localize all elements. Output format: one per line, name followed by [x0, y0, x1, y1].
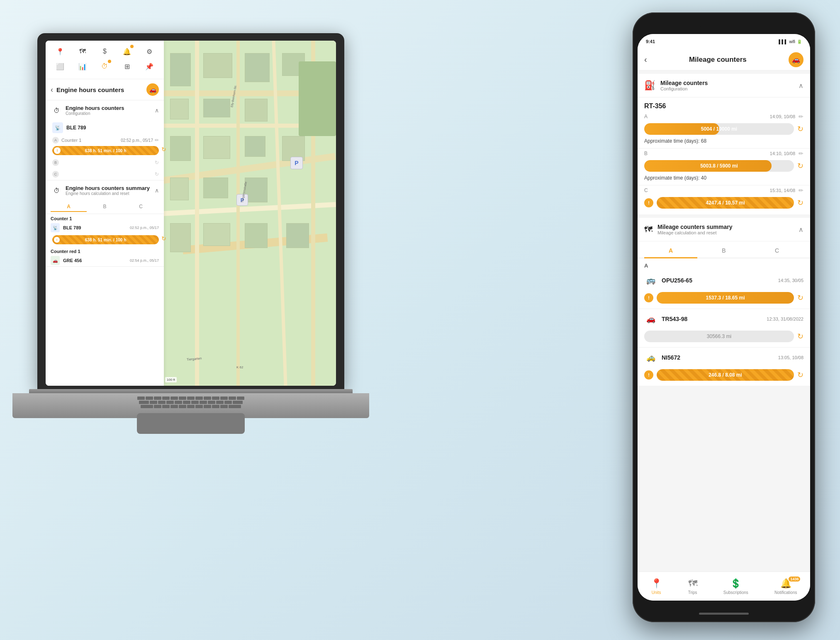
progress-bg-a: ! 638 h. 51 min. / 100 h	[52, 146, 159, 155]
phone-tab-c[interactable]: C	[750, 245, 803, 258]
phone-refresh-tr[interactable]: ↻	[797, 332, 803, 341]
phone-device-rt356: RT-356	[638, 97, 810, 112]
phone-status-bar: 9:41 ▌▌▌ wifi 🔋	[638, 34, 810, 49]
phone-tab-b[interactable]: B	[697, 245, 750, 258]
phone-refresh-c[interactable]: ↻	[797, 198, 803, 207]
phone-vehicle-tr: 🚗 TR543-98 12:33, 31/08/2022	[638, 309, 810, 329]
toolbar-grid-icon[interactable]: ⊞	[121, 61, 133, 72]
nav-trips-label: Trips	[688, 590, 697, 595]
section2-header: ⏱ Engine hours counters summary Engine h…	[46, 180, 164, 200]
nav-notifications[interactable]: 🔔 1436 Notifications	[774, 578, 797, 595]
wifi-icon: wifi	[789, 39, 795, 44]
section1-title-group: Engine hours counters Configuration	[66, 105, 151, 116]
phone-tab-a[interactable]: A	[644, 245, 697, 258]
counter-c-refresh[interactable]: ↻	[155, 171, 159, 177]
refresh-btn-a[interactable]: ↻	[161, 146, 166, 153]
counter-a-badge: A	[52, 137, 59, 144]
toolbar-square-icon[interactable]: ⬜	[54, 61, 66, 72]
phone-header-title: Mileage counters	[652, 56, 784, 64]
phone: 9:41 ▌▌▌ wifi 🔋 ‹ Mileage counters 🚗	[633, 12, 815, 622]
section1-device-icon: 📡	[52, 122, 63, 133]
avatar-icon: 🚗	[792, 56, 800, 63]
section2-title: Engine hours counters summary	[66, 185, 151, 191]
phone-refresh-b[interactable]: ↻	[797, 161, 803, 170]
phone-refresh-a[interactable]: ↻	[797, 124, 803, 134]
nav-subscriptions-label: Subscriptions	[723, 590, 748, 595]
section2-chevron[interactable]: ∧	[155, 187, 159, 194]
nav-subscriptions-icon: 💲	[730, 578, 741, 589]
phone-back-button[interactable]: ‹	[644, 55, 647, 64]
phone-counter-edit-a[interactable]: ✏	[799, 113, 803, 120]
progress-text-a: 638 h. 51 min. / 100 h	[85, 148, 127, 153]
counter-c-placeholder: C ↻	[46, 168, 164, 180]
toolbar-bell-icon[interactable]: 🔔	[121, 46, 133, 57]
summary-alert-1: !	[54, 237, 60, 243]
counter-b-badge: B	[52, 159, 59, 166]
phone-progress-bg-opu: 1537.3 / 18.65 mi	[657, 292, 794, 304]
phone-progress-opu: ! 1537.3 / 18.65 mi ↻	[644, 292, 803, 304]
phone-app-header: ‹ Mileage counters 🚗	[638, 49, 810, 71]
counter-b-placeholder: B ↻	[46, 157, 164, 168]
nav-units[interactable]: 📍 Units	[651, 578, 662, 595]
tab-b[interactable]: B	[87, 202, 123, 212]
counter-a-edit[interactable]: ✏	[155, 137, 159, 143]
summary-device-time-1: 02:52 p.m., 05/17	[130, 226, 159, 230]
counter-c-badge: C	[52, 171, 59, 178]
section1-chevron[interactable]: ∧	[155, 107, 159, 114]
counter-b-refresh[interactable]: ↻	[155, 160, 159, 165]
toolbar-chart-icon[interactable]: 📊	[77, 61, 88, 72]
phone-progress-b: 5003.8 / 5900 mi ↻	[644, 160, 803, 172]
counter-a-label: Counter 1	[61, 138, 121, 143]
panel-title: Engine hours counters	[56, 86, 143, 93]
tab-c[interactable]: C	[123, 202, 159, 212]
toolbar-settings-icon[interactable]: ⚙	[144, 46, 155, 57]
phone-counter-edit-b[interactable]: ✏	[799, 150, 803, 157]
phone-approx-a: Approximate time (days): 68	[638, 136, 810, 148]
phone-progress-text-b: 5003.8 / 5900 mi	[700, 163, 738, 169]
phone-counter-row-a: A 14:09, 10/08 ✏	[638, 112, 810, 122]
toolbar-pin-icon[interactable]: 📌	[144, 61, 155, 72]
phone-approx-b: Approximate time (days): 40	[638, 173, 810, 185]
section1-icon: ⏱	[51, 105, 62, 116]
phone-section2-icon: 🗺	[644, 225, 653, 234]
phone-section1-icon: ⛽	[644, 80, 655, 91]
phone-home-bar	[699, 613, 749, 615]
toolbar-row-1: 📍 🗺 $ 🔔 ⚙	[49, 46, 161, 57]
laptop-panel: 📍 🗺 $ 🔔 ⚙ ⬜ 📊 ⏱	[46, 41, 164, 386]
phone-section2-subtitle: Mileage calculation and reset	[657, 230, 733, 235]
toolbar-route-icon[interactable]: 🗺	[77, 46, 88, 57]
toolbar-location-icon[interactable]: 📍	[54, 46, 66, 57]
toolbar-counter-icon[interactable]: ⏱	[99, 61, 110, 72]
phone-refresh-opu[interactable]: ↻	[797, 293, 803, 302]
status-time: 9:41	[646, 39, 655, 44]
phone-counter-edit-c[interactable]: ✏	[799, 187, 803, 194]
section1-title: Engine hours counters	[66, 105, 151, 111]
phone-progress-bg-tr: 30566.3 mi	[644, 331, 794, 342]
tab-a[interactable]: A	[51, 202, 87, 212]
card1-spacer	[638, 210, 810, 214]
toolbar-dollar-icon[interactable]: $	[99, 46, 110, 57]
summary-tabs: A B C	[46, 200, 164, 214]
phone-section2-chevron[interactable]: ∧	[799, 226, 803, 234]
summary-refresh-1[interactable]: ↻	[161, 235, 166, 242]
back-button[interactable]: ‹	[51, 85, 53, 94]
alert-icon-a: !	[54, 147, 61, 154]
phone-alert-opu: !	[644, 293, 653, 302]
nav-trips[interactable]: 🗺 Trips	[688, 578, 697, 595]
phone-counter-row-c: C 15:31, 14/08 ✏	[638, 185, 810, 195]
phone-vehicle-ni: 🚕 NI5672 13:05, 10/08	[638, 348, 810, 367]
spacer-opu	[638, 305, 810, 309]
phone-progress-bg-b: 5003.8 / 5900 mi	[644, 160, 794, 172]
phone-scroll-area[interactable]: ⛽ Mileage counters Configuration ∧ RT-35…	[638, 71, 810, 572]
summary-device-1: 📡 BLE 789 02:52 p.m., 05/17	[46, 222, 164, 234]
phone-section1-chevron[interactable]: ∧	[799, 82, 803, 90]
engine-hours-summary-section: ⏱ Engine hours counters summary Engine h…	[46, 180, 164, 267]
phone-counter-label-c: C	[644, 187, 650, 193]
nav-subscriptions[interactable]: 💲 Subscriptions	[723, 578, 748, 595]
nav-notifications-label: Notifications	[774, 590, 797, 595]
phone-section2-title-group: Mileage counters summary Mileage calcula…	[657, 224, 733, 235]
laptop-toolbar: 📍 🗺 $ 🔔 ⚙ ⬜ 📊 ⏱	[46, 41, 164, 79]
phone-body: 9:41 ▌▌▌ wifi 🔋 ‹ Mileage counters 🚗	[633, 12, 815, 622]
phone-refresh-ni[interactable]: ↻	[797, 370, 803, 380]
phone-card2-header: 🗺 Mileage counters summary Mileage calcu…	[638, 218, 810, 241]
